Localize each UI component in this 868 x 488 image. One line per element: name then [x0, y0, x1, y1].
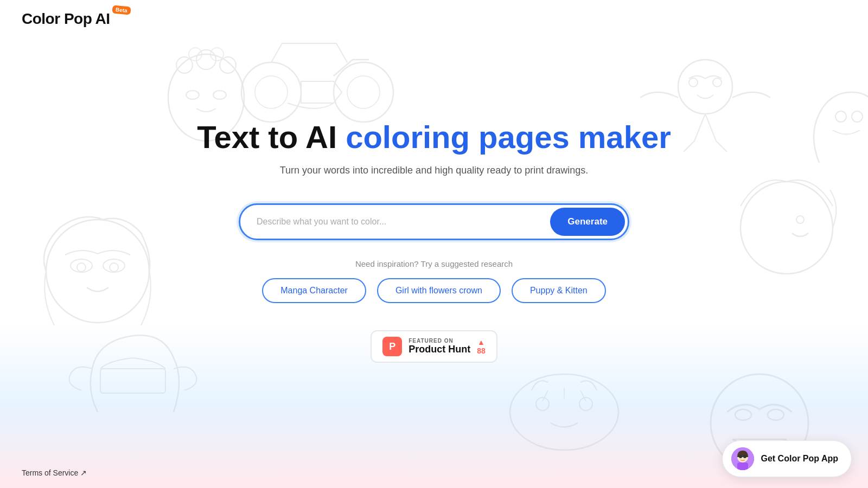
- suggestion-flowers[interactable]: Girl with flowers crown: [377, 278, 501, 303]
- main-content: Text to AI coloring pages maker Turn you…: [0, 38, 868, 488]
- generate-button[interactable]: Generate: [550, 208, 625, 236]
- svg-point-38: [743, 455, 746, 458]
- external-link-icon: ↗: [80, 468, 87, 477]
- terms-link[interactable]: Terms of Service ↗: [22, 468, 87, 477]
- product-hunt-featured: FEATURED ON: [409, 338, 470, 344]
- search-container: Generate: [239, 203, 629, 240]
- product-hunt-badge[interactable]: P FEATURED ON Product Hunt ▲ 88: [371, 330, 497, 363]
- app-avatar: [731, 447, 754, 470]
- product-hunt-name: Product Hunt: [409, 344, 470, 355]
- product-hunt-votes: ▲ 88: [477, 338, 486, 355]
- subtitle: Turn your words into incredible and high…: [280, 165, 589, 176]
- svg-point-37: [739, 455, 742, 458]
- beta-badge: Beta: [112, 5, 131, 15]
- logo[interactable]: Color Pop AI Beta: [22, 10, 110, 28]
- inspiration-label: Need inspiration? Try a suggested resear…: [355, 259, 513, 268]
- suggestion-manga[interactable]: Manga Character: [262, 278, 366, 303]
- product-hunt-content: FEATURED ON Product Hunt: [409, 338, 470, 355]
- headline-part1: Text to AI: [197, 119, 346, 155]
- footer: Terms of Service ↗: [22, 468, 87, 477]
- get-app-label: Get Color Pop App: [761, 454, 838, 464]
- vote-count: 88: [477, 346, 486, 355]
- logo-text: Color Pop AI: [22, 10, 110, 28]
- get-app-button[interactable]: Get Color Pop App: [722, 440, 852, 477]
- headline: Text to AI coloring pages maker: [197, 120, 671, 155]
- header: Color Pop AI Beta: [0, 0, 868, 38]
- headline-part2: coloring pages maker: [346, 119, 671, 155]
- suggestion-puppy[interactable]: Puppy & Kitten: [512, 278, 606, 303]
- terms-label: Terms of Service: [22, 468, 78, 477]
- upvote-icon: ▲: [477, 338, 485, 346]
- product-hunt-icon: P: [382, 337, 402, 356]
- svg-rect-39: [737, 463, 748, 470]
- suggestions-container: Manga Character Girl with flowers crown …: [262, 278, 606, 303]
